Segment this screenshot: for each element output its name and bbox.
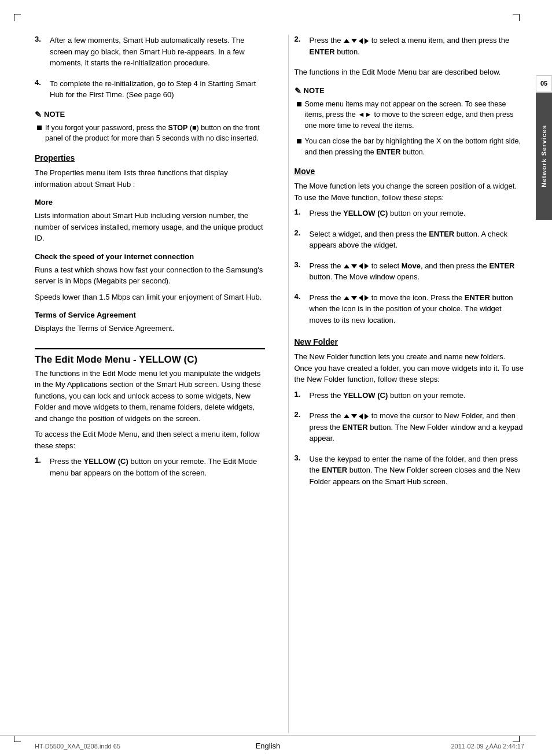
nf2-left-icon	[359, 414, 363, 419]
move-heading: Move	[295, 167, 525, 176]
note-icon-left: ✎	[35, 110, 42, 119]
move-step-1-content: Press the YELLOW (C) button on your remo…	[310, 208, 525, 219]
right-step-2-content: Press the to select a menu item, and the…	[310, 35, 525, 57]
footer-center: English	[256, 742, 281, 750]
note-box-left: ✎ NOTE If you forgot your password, pres…	[35, 110, 265, 145]
left-arrow-icon	[359, 38, 363, 44]
nf-step-2-content: Press the to move the cursor to New Fold…	[310, 410, 525, 444]
nf-step-1: 1. Press the YELLOW (C) button on your r…	[295, 390, 525, 401]
move-step-4: 4. Press the to move the icon. Press the…	[295, 292, 525, 326]
edit-mode-section: The Edit Mode Menu - YELLOW (C) The func…	[35, 348, 265, 479]
edit-mode-heading: The Edit Mode Menu - YELLOW (C)	[35, 354, 265, 366]
note-title-left: ✎ NOTE	[35, 110, 265, 119]
terms-heading: Terms of Service Agreement	[35, 311, 265, 319]
check-speed-text2: Speeds lower than 1.5 Mbps can limit you…	[35, 292, 265, 303]
edit-step-1: 1. Press the YELLOW (C) button on your r…	[35, 456, 265, 478]
move4-down-icon	[351, 296, 357, 300]
nf-step-3-number: 3.	[295, 453, 305, 488]
move-step-3: 3. Press the to select Move, and then pr…	[295, 260, 525, 283]
edit-mode-access: To access the Edit Mode Menu, and then s…	[35, 429, 265, 451]
move-step-2: 2. Select a widget, and then press the E…	[295, 228, 525, 251]
right-note-item-2-text: You can close the bar by highlighting th…	[305, 136, 525, 158]
nf-step-3-content: Use the keypad to enter the name of the …	[310, 453, 525, 488]
step-4-content: To complete the re-initialization, go to…	[50, 78, 265, 101]
terms-text: Displays the Terms of Service Agreement.	[35, 323, 265, 334]
note-icon-right: ✎	[295, 86, 301, 95]
note-item-1: If you forgot your password, press the S…	[35, 123, 265, 145]
chapter-number: 05	[536, 75, 552, 91]
move-intro: The Move function lets you change the sc…	[295, 180, 525, 203]
move-step-1: 1. Press the YELLOW (C) button on your r…	[295, 208, 525, 219]
main-content: 3. After a few moments, Smart Hub automa…	[0, 0, 536, 756]
arrow-icons	[343, 38, 369, 44]
move-step-4-content: Press the to move the icon. Press the EN…	[310, 292, 525, 326]
move4-up-icon	[344, 296, 349, 300]
nf-step-3: 3. Use the keypad to enter the name of t…	[295, 453, 525, 488]
right-bullet-1	[297, 102, 301, 106]
nf2-right-icon	[365, 414, 369, 419]
note-item-1-text: If you forgot your password, press the S…	[45, 123, 265, 145]
move-right-icon	[365, 263, 369, 269]
note-box-right: ✎ NOTE Some menu items may not appear on…	[295, 86, 525, 158]
new-folder-intro: The New Folder function lets you create …	[295, 351, 525, 385]
move-step-2-number: 2.	[295, 228, 305, 251]
corner-mark-tl	[14, 14, 21, 21]
nf-step2-arrows	[343, 414, 369, 419]
more-text: Lists information about Smart Hub includ…	[35, 210, 265, 244]
move-step4-arrows	[343, 295, 369, 301]
down-arrow-icon	[351, 39, 357, 43]
edit-mode-bar-intro: The functions in the Edit Mode Menu bar …	[295, 67, 525, 78]
right-note-item-1: Some menu items may not appear on the sc…	[295, 99, 525, 131]
properties-intro: The Properties menu item lists three fun…	[35, 167, 265, 190]
move4-right-icon	[365, 295, 369, 301]
right-column-content: 2. Press the to select a menu item, and …	[295, 35, 525, 487]
step-4: 4. To complete the re-initialization, go…	[35, 78, 265, 101]
step-4-number: 4.	[35, 78, 45, 101]
move-left-icon	[359, 263, 363, 269]
edit-step-1-bold: YELLOW (C)	[84, 457, 128, 466]
nf-step-1-content: Press the YELLOW (C) button on your remo…	[310, 390, 525, 401]
nf-step-2-number: 2.	[295, 410, 305, 444]
up-arrow-icon	[344, 39, 349, 43]
step-3-number: 3.	[35, 35, 45, 69]
move-step-1-number: 1.	[295, 208, 305, 219]
more-heading: More	[35, 198, 265, 206]
step-3-content: After a few moments, Smart Hub automatic…	[50, 35, 265, 69]
section-divider	[35, 348, 265, 349]
step-3: 3. After a few moments, Smart Hub automa…	[35, 35, 265, 69]
move-step-4-number: 4.	[295, 292, 305, 326]
footer-right: 2011-02-09 ¿ÀÀû 2:44:17	[451, 743, 524, 750]
bottom-bar: HT-D5500_XAA_0208.indd 65 English 2011-0…	[0, 735, 536, 756]
edit-mode-intro: The functions in the Edit Mode menu let …	[35, 368, 265, 425]
right-column: 2. Press the to select a menu item, and …	[288, 35, 525, 733]
footer-left: HT-D5500_XAA_0208.indd 65	[35, 743, 120, 750]
bullet-1	[37, 126, 42, 130]
left-column: 3. After a few moments, Smart Hub automa…	[35, 35, 277, 733]
move-up-icon	[344, 264, 349, 268]
right-bullet-2	[297, 139, 301, 143]
nf-step-2: 2. Press the to move the cursor to New F…	[295, 410, 525, 444]
new-folder-heading: New Folder	[295, 337, 525, 346]
right-step-2: 2. Press the to select a menu item, and …	[295, 35, 525, 57]
right-note-item-1-text: Some menu items may not appear on the sc…	[305, 99, 525, 131]
move-step-3-number: 3.	[295, 260, 305, 283]
check-speed-heading: Check the speed of your internet connect…	[35, 252, 265, 261]
check-speed-text1: Runs a test which shows how fast your co…	[35, 264, 265, 287]
nf2-up-icon	[344, 414, 349, 418]
move-down-icon	[351, 264, 357, 268]
properties-heading: Properties	[35, 153, 265, 163]
nf-step-1-number: 1.	[295, 390, 305, 401]
right-note-item-2: You can close the bar by highlighting th…	[295, 136, 525, 158]
move-step-3-content: Press the to select Move, and then press…	[310, 260, 525, 283]
edit-step-1-number: 1.	[35, 456, 45, 478]
note-title-right: ✎ NOTE	[295, 86, 525, 95]
edit-step-1-content: Press the YELLOW (C) button on your remo…	[50, 456, 265, 478]
move4-left-icon	[359, 295, 363, 301]
right-arrow-icon	[365, 38, 369, 44]
move-step-2-content: Select a widget, and then press the ENTE…	[310, 228, 525, 251]
chapter-label: Network Services	[536, 93, 552, 220]
right-step-2-text-prefix: Press the	[310, 36, 344, 45]
move-step3-arrows	[343, 263, 369, 269]
corner-mark-tr	[513, 14, 520, 21]
side-tab: 05 Network Services	[536, 0, 552, 756]
